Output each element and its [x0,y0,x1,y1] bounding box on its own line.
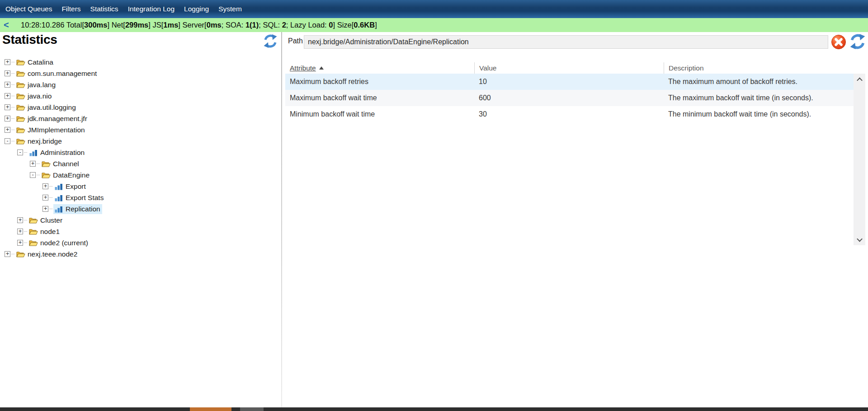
description-cell: The maximum amount of backoff retries. [664,74,854,90]
statistics-console: Object QueuesFiltersStatisticsIntegratio… [0,0,868,411]
tree-connector [49,186,52,187]
tree-node[interactable]: Catalina [15,57,55,67]
folder-icon [42,172,51,179]
table-row[interactable]: Minimum backoff wait time30The minimum b… [285,106,854,122]
tree-node[interactable]: Administration [28,148,86,158]
value-cell: 600 [474,90,664,106]
collapse-icon[interactable]: - [5,138,10,144]
tree-item-replication[interactable]: +Replication [0,203,280,215]
folder-icon [16,93,25,100]
folder-icon [16,126,25,134]
column-header-label: Description [669,64,704,72]
chart-icon [29,149,38,156]
tree-item-nexj-bridge[interactable]: -nexj.bridge [0,135,280,147]
menu-item-statistics[interactable]: Statistics [90,5,118,13]
tree-node[interactable]: Export [53,182,88,191]
chevron-up-icon[interactable] [854,75,865,84]
folder-icon [16,104,25,111]
expand-icon[interactable]: + [5,82,10,88]
column-header-label[interactable]: Attribute [290,64,316,72]
tree-item-jmimplementation[interactable]: +JMImplementation [0,124,280,135]
tree-node[interactable]: node1 [28,227,61,237]
expand-icon[interactable]: + [17,217,23,223]
tree-item-java-lang[interactable]: +java.lang [0,79,280,90]
tree-node[interactable]: jdk.management.jfr [15,114,89,124]
tree-item-export[interactable]: +Export [0,181,280,192]
tree-item-jdk-management-jfr[interactable]: +jdk.management.jfr [0,113,280,124]
folder-icon [16,115,25,122]
tree-node[interactable]: com.sun.management [15,69,99,79]
tree-item-nexj-teee-node2[interactable]: +nexj.teee.node2 [0,248,280,260]
tree-item-label: Administration [40,149,85,157]
expand-icon[interactable]: + [42,206,48,212]
tree-node[interactable]: java.nio [15,91,53,101]
tree-item-catalina[interactable]: +Catalina [0,56,280,68]
stats-tree: +Catalina+com.sun.management+java.lang+j… [0,56,280,260]
expand-icon[interactable]: + [5,70,10,76]
tree-node[interactable]: DataEngine [41,170,91,180]
refresh-icon[interactable] [263,34,278,48]
menu-item-system[interactable]: System [218,5,242,13]
menu-bar: Object QueuesFiltersStatisticsIntegratio… [0,0,868,18]
vertical-scrollbar[interactable] [854,74,865,245]
menu-item-filters[interactable]: Filters [61,5,80,13]
column-header-label: Value [479,64,497,72]
tree-item-export-stats[interactable]: +Export Stats [0,192,280,203]
column-header-description[interactable]: Description [664,62,854,74]
collapse-icon[interactable]: - [30,172,36,178]
close-icon[interactable] [831,34,846,50]
back-icon[interactable]: < [4,20,17,30]
expand-icon[interactable]: + [42,183,48,189]
tree-node[interactable]: nexj.teee.node2 [15,249,79,259]
tree-item-node1[interactable]: +node1 [0,226,280,237]
folder-icon [29,239,38,247]
tree-item-cluster[interactable]: +Cluster [0,215,280,226]
tree-node[interactable]: nexj.bridge [15,136,64,146]
page-title: Statistics [2,33,57,47]
expand-icon[interactable]: + [42,195,48,201]
path-input[interactable] [304,35,828,49]
collapse-icon[interactable]: - [17,149,23,155]
tree-connector [11,73,14,74]
column-header-attribute[interactable]: Attribute [285,62,474,74]
taskbar-app-indicator [240,407,264,411]
table-row[interactable]: Maximum backoff retries10The maximum amo… [285,74,854,90]
tree-item-com-sun-management[interactable]: +com.sun.management [0,68,280,79]
tree-item-channel[interactable]: +Channel [0,158,280,169]
tree-node[interactable]: Cluster [28,215,64,225]
expand-icon[interactable]: + [5,251,10,257]
tree-item-java-nio[interactable]: +java.nio [0,90,280,102]
menu-item-object-queues[interactable]: Object Queues [5,5,52,13]
tree-node[interactable]: Replication [53,204,102,214]
expand-icon[interactable]: + [17,229,23,234]
tree-node[interactable]: java.lang [15,80,57,90]
expand-icon[interactable]: + [17,240,23,246]
expand-icon[interactable]: + [5,59,10,65]
tree-connector [11,141,14,141]
expand-icon[interactable]: + [5,116,10,121]
value-cell: 10 [474,74,664,90]
expand-icon[interactable]: + [5,127,10,133]
tree-node[interactable]: Channel [41,159,81,169]
tree-item-node2-current[interactable]: +node2 (current) [0,237,280,248]
tree-item-dataengine[interactable]: -DataEngine [0,169,280,181]
expand-icon[interactable]: + [5,104,10,110]
tree-node[interactable]: node2 (current) [28,238,90,248]
folder-icon [16,70,25,77]
table-row[interactable]: Maximum backoff wait time600The maximum … [285,90,854,106]
column-header-value[interactable]: Value [474,62,664,74]
menu-item-logging[interactable]: Logging [184,5,209,13]
menu-item-integration-log[interactable]: Integration Log [128,5,175,13]
tree-item-java-util-logging[interactable]: +java.util.logging [0,102,280,113]
tree-item-label: java.util.logging [28,103,76,112]
tree-node[interactable]: JMImplementation [15,125,87,135]
expand-icon[interactable]: + [30,161,36,167]
expand-icon[interactable]: + [5,93,10,99]
refresh-icon[interactable] [849,33,866,50]
tree-item-label: DataEngine [53,171,90,179]
chevron-down-icon[interactable] [854,234,865,244]
tree-node[interactable]: java.util.logging [15,103,78,112]
tree-node[interactable]: Export Stats [53,193,105,203]
tree-item-administration[interactable]: -Administration [0,147,280,158]
tree-connector [24,152,27,153]
